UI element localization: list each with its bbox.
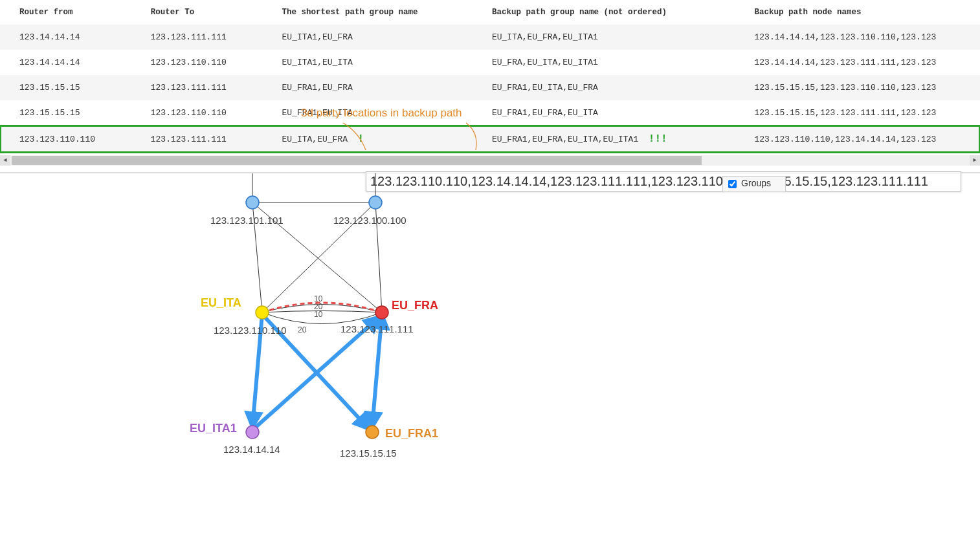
cell-from: 123.14.14.14 [0, 25, 131, 50]
scroll-right-arrow-icon[interactable]: ► [970, 155, 980, 166]
cell-shortest: EU_FRA1,EU_ITA [263, 100, 473, 125]
node-label: 123.15.15.15 [340, 448, 397, 459]
node-100[interactable] [369, 196, 382, 209]
cell-nodes: 123.123.110.110,123.14.14.14,123.123 [735, 125, 980, 153]
cell-to: 123.123.111.111 [131, 25, 263, 50]
cell-nodes: 123.14.14.14,123.123.110.110,123.123 [735, 25, 980, 50]
node-111-eu-fra[interactable] [375, 306, 388, 319]
cell-to: 123.123.110.110 [131, 50, 263, 75]
table-row[interactable]: 123.15.15.15 123.123.110.110 EU_FRA1,EU_… [0, 100, 980, 125]
edge-weight: 10 [314, 310, 323, 319]
scrollbar-thumb[interactable] [12, 156, 702, 165]
groups-checkbox[interactable] [728, 180, 737, 188]
horizontal-scrollbar[interactable]: ◄ ► [0, 155, 980, 166]
table-row[interactable]: 123.14.14.14 123.123.110.110 EU_ITA1,EU_… [0, 50, 980, 75]
cell-shortest: EU_ITA1,EU_ITA [263, 50, 473, 75]
table-row[interactable]: 123.14.14.14 123.123.111.111 EU_ITA1,EU_… [0, 25, 980, 50]
cell-from: 123.15.15.15 [0, 75, 131, 100]
cell-to: 123.123.110.110 [131, 100, 263, 125]
node-101[interactable] [246, 196, 259, 209]
node-15-eu-fra1[interactable] [366, 426, 379, 439]
node-label: 123.123.111.111 [340, 323, 414, 334]
col-header-backup[interactable]: Backup path group name (not ordered) [473, 0, 735, 25]
cell-backup: EU_FRA1,EU_FRA,EU_ITA [473, 100, 735, 125]
routing-table-wrapper: Router from Router To The shortest path … [0, 0, 980, 173]
cell-backup: EU_FRA1,EU_FRA,EU_ITA,EU_ITA1 !!! [473, 125, 735, 153]
table-row-highlighted[interactable]: 123.123.110.110 123.123.111.111 EU_ITA,E… [0, 125, 980, 153]
cell-to: 123.123.111.111 [131, 125, 263, 153]
table-row[interactable]: 123.15.15.15 123.123.111.111 EU_FRA1,EU_… [0, 75, 980, 100]
cell-shortest: EU_FRA1,EU_FRA [263, 75, 473, 100]
node-label: 123.123.101.101 [210, 215, 284, 226]
group-label-eu-fra: EU_FRA [392, 299, 438, 312]
cell-shortest: EU_ITA,EU_FRA ! [263, 125, 473, 153]
node-label: 123.14.14.14 [223, 444, 280, 455]
cell-from: 123.123.110.110 [0, 125, 131, 153]
col-header-to[interactable]: Router To [131, 0, 263, 25]
cell-backup: EU_ITA,EU_FRA,EU_ITA1 [473, 25, 735, 50]
cell-from: 123.14.14.14 [0, 50, 131, 75]
group-label-eu-ita: EU_ITA [201, 296, 241, 309]
cell-to: 123.123.111.111 [131, 75, 263, 100]
cell-backup: EU_FRA,EU_ITA,EU_ITA1 [473, 50, 735, 75]
edge-weight: 20 [298, 325, 307, 334]
groups-toggle[interactable]: Groups [722, 176, 786, 192]
groups-label: Groups [741, 178, 771, 188]
node-label: 123.123.110.110 [214, 325, 287, 336]
cell-backup: EU_FRA1,EU_ITA,EU_FRA [473, 75, 735, 100]
node-14-eu-ita1[interactable] [246, 426, 259, 439]
node-label: 123.123.100.100 [333, 215, 406, 226]
routing-table: Router from Router To The shortest path … [0, 0, 980, 153]
cell-nodes: 123.14.14.14,123.123.111.111,123.123 [735, 50, 980, 75]
node-110-eu-ita[interactable] [256, 306, 269, 319]
table-header-row: Router from Router To The shortest path … [0, 0, 980, 25]
cell-nodes: 123.15.15.15,123.123.111.111,123.123 [735, 100, 980, 125]
bang-annotation: !!! [649, 133, 667, 145]
col-header-shortest[interactable]: The shortest path group name [263, 0, 473, 25]
scroll-left-arrow-icon[interactable]: ◄ [0, 155, 10, 166]
bang-annotation: ! [358, 133, 364, 145]
cell-shortest: EU_ITA1,EU_FRA [263, 25, 473, 50]
col-header-from[interactable]: Router from [0, 0, 131, 25]
cell-nodes: 123.15.15.15,123.123.110.110,123.123 [735, 75, 980, 100]
group-label-eu-ita1: EU_ITA1 [190, 422, 237, 435]
col-header-nodes[interactable]: Backup path node names [735, 0, 980, 25]
group-label-eu-fra1: EU_FRA1 [385, 427, 438, 440]
cell-from: 123.15.15.15 [0, 100, 131, 125]
network-diagram[interactable]: Groups 10 20 10 20 [0, 173, 980, 503]
